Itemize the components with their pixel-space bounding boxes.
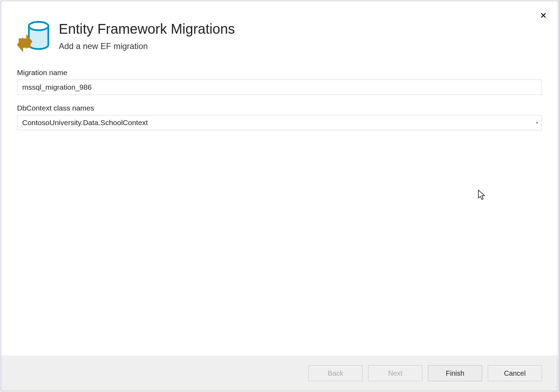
dbcontext-value: ContosoUniversity.Data.SchoolContext xyxy=(22,119,536,127)
dialog-window: ✕ Entity Framework Migrations Add a new … xyxy=(1,1,558,391)
button-bar: Back Next Finish Cancel xyxy=(1,356,558,391)
migration-name-label: Migration name xyxy=(17,68,542,77)
dialog-subtitle: Add a new EF migration xyxy=(59,41,235,51)
chevron-down-icon: ▾ xyxy=(536,120,538,125)
finish-button[interactable]: Finish xyxy=(428,365,482,381)
form: Migration name DbContext class names Con… xyxy=(1,56,558,356)
cancel-button[interactable]: Cancel xyxy=(488,365,542,381)
title-block: Entity Framework Migrations Add a new EF… xyxy=(59,20,235,51)
svg-point-1 xyxy=(29,22,48,30)
migrations-icon xyxy=(17,20,50,56)
dialog-title: Entity Framework Migrations xyxy=(59,21,235,36)
dialog-header: Entity Framework Migrations Add a new EF… xyxy=(1,1,558,56)
migration-name-field: Migration name xyxy=(17,68,542,95)
next-button: Next xyxy=(368,365,422,381)
migration-name-input[interactable] xyxy=(17,80,542,95)
back-button: Back xyxy=(308,365,363,381)
dbcontext-field: DbContext class names ContosoUniversity.… xyxy=(17,104,542,130)
close-button[interactable]: ✕ xyxy=(538,10,549,21)
close-icon: ✕ xyxy=(540,11,547,21)
dbcontext-combobox[interactable]: ContosoUniversity.Data.SchoolContext ▾ xyxy=(17,115,542,130)
dbcontext-label: DbContext class names xyxy=(17,104,542,112)
